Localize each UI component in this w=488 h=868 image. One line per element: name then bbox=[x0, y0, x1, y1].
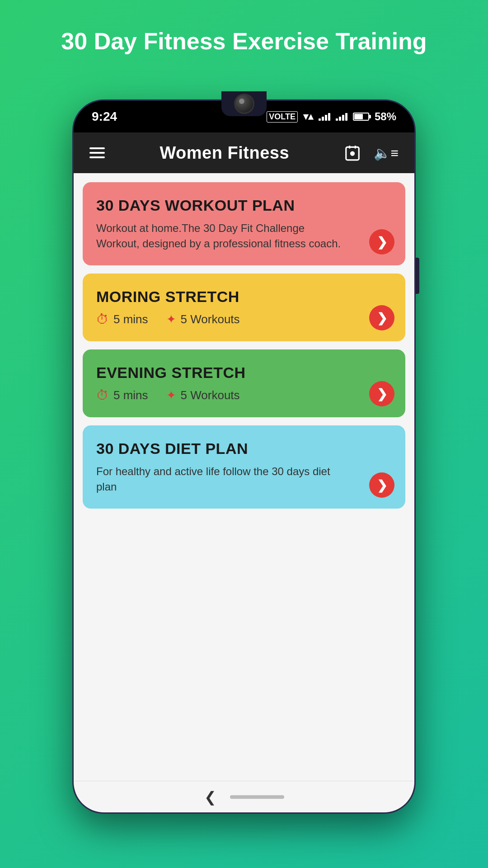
svg-point-3 bbox=[351, 152, 354, 155]
diet-plan-card[interactable]: 30 DAYS DIET PLAN For healthy and active… bbox=[83, 425, 405, 509]
hamburger-menu-icon[interactable] bbox=[89, 147, 105, 158]
workout-plan-title: 30 DAYS WORKOUT PLAN bbox=[96, 197, 392, 214]
back-button[interactable]: ❮ bbox=[204, 788, 216, 806]
workout-plan-arrow[interactable]: ❯ bbox=[369, 229, 394, 255]
battery-icon bbox=[353, 113, 369, 121]
time-display: 9:24 bbox=[92, 109, 117, 124]
calendar-icon[interactable] bbox=[344, 144, 361, 161]
nav-title: Women Fitness bbox=[160, 143, 289, 163]
top-nav: Women Fitness 🔈≡ bbox=[74, 132, 414, 173]
evening-stretch-arrow[interactable]: ❯ bbox=[369, 381, 394, 406]
battery-percent: 58% bbox=[375, 110, 396, 123]
timer-icon: ⏱ bbox=[96, 312, 109, 327]
bottom-bar: ❮ bbox=[74, 781, 414, 812]
signal-icon-2 bbox=[336, 113, 347, 121]
morning-stretch-card[interactable]: MORING STRETCH ⏱ 5 mins ✦ 5 Workouts ❯ bbox=[83, 274, 405, 341]
morning-stretch-arrow[interactable]: ❯ bbox=[369, 305, 394, 330]
nav-action-icons: 🔈≡ bbox=[344, 144, 399, 161]
signal-icon bbox=[319, 113, 330, 121]
morning-stretch-title: MORING STRETCH bbox=[96, 288, 392, 306]
evening-stretch-card[interactable]: EVENING STRETCH ⏱ 5 mins ✦ 5 Workouts ❯ bbox=[83, 349, 405, 417]
morning-workouts-value: 5 Workouts bbox=[181, 312, 240, 326]
workout-plan-desc: Workout at home.The 30 Day Fit Challenge… bbox=[96, 221, 347, 251]
workout-plan-card[interactable]: 30 DAYS WORKOUT PLAN Workout at home.The… bbox=[83, 182, 405, 265]
diet-plan-desc: For healthy and active life follow the 3… bbox=[96, 464, 347, 494]
morning-stretch-meta: ⏱ 5 mins ✦ 5 Workouts bbox=[96, 312, 392, 327]
phone-shell: 9:24 VOLTE ▾▴ bbox=[72, 99, 416, 814]
evening-duration: ⏱ 5 mins bbox=[96, 388, 148, 403]
diet-plan-arrow[interactable]: ❯ bbox=[369, 472, 394, 498]
wifi-icon: ▾▴ bbox=[303, 111, 313, 123]
evening-duration-value: 5 mins bbox=[113, 388, 148, 402]
main-content: 30 DAYS WORKOUT PLAN Workout at home.The… bbox=[74, 173, 414, 781]
home-indicator[interactable] bbox=[230, 795, 284, 799]
status-icons: VOLTE ▾▴ bbox=[267, 110, 396, 123]
evening-workouts-value: 5 Workouts bbox=[181, 388, 240, 402]
timer-icon-2: ⏱ bbox=[96, 388, 109, 403]
camera-lens bbox=[234, 94, 254, 114]
evening-stretch-meta: ⏱ 5 mins ✦ 5 Workouts bbox=[96, 388, 392, 403]
volte-label: VOLTE bbox=[267, 111, 298, 123]
morning-workouts: ✦ 5 Workouts bbox=[166, 312, 240, 326]
morning-duration: ⏱ 5 mins bbox=[96, 312, 148, 327]
side-button bbox=[416, 258, 419, 294]
camera-bump bbox=[221, 91, 267, 116]
phone-mockup: 9:24 VOLTE ▾▴ bbox=[72, 99, 416, 814]
dumbbell-icon-2: ✦ bbox=[166, 388, 176, 402]
evening-workouts: ✦ 5 Workouts bbox=[166, 388, 240, 402]
dumbbell-icon: ✦ bbox=[166, 312, 176, 326]
morning-duration-value: 5 mins bbox=[113, 312, 148, 326]
diet-plan-title: 30 DAYS DIET PLAN bbox=[96, 440, 392, 458]
sound-icon[interactable]: 🔈≡ bbox=[374, 145, 399, 161]
page-title: 30 Day Fitness Exercise Training bbox=[0, 0, 488, 73]
evening-stretch-title: EVENING STRETCH bbox=[96, 364, 392, 382]
